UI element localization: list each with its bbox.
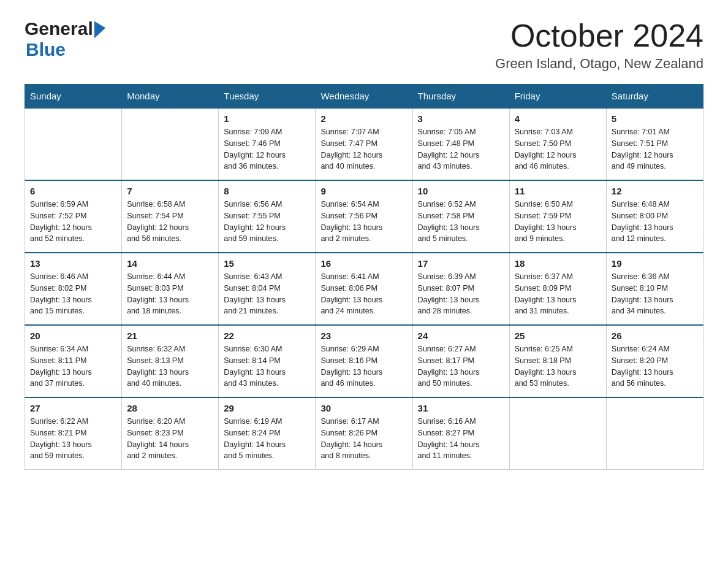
day-info: Sunrise: 7:01 AMSunset: 7:51 PMDaylight:…: [612, 126, 698, 172]
location-title: Green Island, Otago, New Zealand: [495, 56, 703, 72]
calendar-cell: 7Sunrise: 6:58 AMSunset: 7:54 PMDaylight…: [122, 180, 219, 253]
week-row-0: 1Sunrise: 7:09 AMSunset: 7:46 PMDaylight…: [25, 108, 703, 180]
day-number: 18: [515, 258, 601, 269]
day-info: Sunrise: 6:54 AMSunset: 7:56 PMDaylight:…: [320, 199, 407, 245]
day-info: Sunrise: 6:27 AMSunset: 8:17 PMDaylight:…: [418, 343, 504, 389]
day-number: 11: [515, 186, 601, 196]
week-row-1: 6Sunrise: 6:59 AMSunset: 7:52 PMDaylight…: [25, 180, 703, 253]
day-info: Sunrise: 6:29 AMSunset: 8:16 PMDaylight:…: [320, 343, 407, 389]
calendar-cell: 25Sunrise: 6:25 AMSunset: 8:18 PMDayligh…: [509, 325, 606, 397]
calendar-cell: 29Sunrise: 6:19 AMSunset: 8:24 PMDayligh…: [219, 397, 316, 470]
calendar-cell: 11Sunrise: 6:50 AMSunset: 7:59 PMDayligh…: [509, 180, 606, 253]
day-info: Sunrise: 7:07 AMSunset: 7:47 PMDaylight:…: [320, 126, 407, 172]
page-header: General Blue October 2024 Green Island, …: [25, 18, 703, 72]
day-info: Sunrise: 6:52 AMSunset: 7:58 PMDaylight:…: [418, 199, 504, 245]
day-number: 22: [224, 331, 310, 341]
day-number: 7: [127, 186, 213, 196]
calendar-cell: 27Sunrise: 6:22 AMSunset: 8:21 PMDayligh…: [25, 397, 122, 470]
day-number: 21: [127, 331, 213, 341]
logo-arrow-icon: [94, 19, 105, 38]
calendar-cell: 17Sunrise: 6:39 AMSunset: 8:07 PMDayligh…: [412, 253, 509, 325]
weekday-header-tuesday: Tuesday: [219, 85, 316, 109]
weekday-header-wednesday: Wednesday: [316, 85, 412, 109]
weekday-header-saturday: Saturday: [606, 85, 703, 109]
logo-general-text: General: [25, 18, 93, 39]
day-info: Sunrise: 6:24 AMSunset: 8:20 PMDaylight:…: [612, 343, 698, 389]
day-info: Sunrise: 6:41 AMSunset: 8:06 PMDaylight:…: [320, 271, 407, 317]
day-number: 4: [515, 113, 601, 124]
calendar-cell: 15Sunrise: 6:43 AMSunset: 8:04 PMDayligh…: [219, 253, 316, 325]
calendar-cell: 1Sunrise: 7:09 AMSunset: 7:46 PMDaylight…: [219, 108, 316, 180]
day-number: 28: [127, 403, 213, 413]
calendar-cell: 24Sunrise: 6:27 AMSunset: 8:17 PMDayligh…: [412, 325, 509, 397]
day-info: Sunrise: 6:44 AMSunset: 8:03 PMDaylight:…: [127, 271, 213, 317]
day-info: Sunrise: 6:17 AMSunset: 8:26 PMDaylight:…: [320, 416, 407, 462]
calendar-cell: 9Sunrise: 6:54 AMSunset: 7:56 PMDaylight…: [316, 180, 412, 253]
day-info: Sunrise: 6:56 AMSunset: 7:55 PMDaylight:…: [224, 199, 310, 245]
day-info: Sunrise: 6:48 AMSunset: 8:00 PMDaylight:…: [612, 199, 698, 245]
calendar-cell: 13Sunrise: 6:46 AMSunset: 8:02 PMDayligh…: [25, 253, 122, 325]
day-number: 24: [418, 331, 504, 341]
day-info: Sunrise: 6:34 AMSunset: 8:11 PMDaylight:…: [30, 343, 116, 389]
day-number: 2: [320, 113, 407, 124]
calendar-cell: 8Sunrise: 6:56 AMSunset: 7:55 PMDaylight…: [219, 180, 316, 253]
day-number: 20: [30, 331, 116, 341]
day-info: Sunrise: 6:43 AMSunset: 8:04 PMDaylight:…: [224, 271, 310, 317]
day-info: Sunrise: 6:39 AMSunset: 8:07 PMDaylight:…: [418, 271, 504, 317]
day-number: 14: [127, 258, 213, 269]
day-number: 19: [612, 258, 698, 269]
day-number: 29: [224, 403, 310, 413]
day-number: 1: [224, 113, 310, 124]
calendar-cell: 2Sunrise: 7:07 AMSunset: 7:47 PMDaylight…: [316, 108, 412, 180]
day-info: Sunrise: 7:03 AMSunset: 7:50 PMDaylight:…: [515, 126, 601, 172]
day-info: Sunrise: 6:32 AMSunset: 8:13 PMDaylight:…: [127, 343, 213, 389]
calendar-cell: [606, 397, 703, 470]
day-number: 25: [515, 331, 601, 341]
day-number: 6: [30, 186, 116, 196]
day-number: 13: [30, 258, 116, 269]
day-number: 9: [320, 186, 407, 196]
day-info: Sunrise: 6:36 AMSunset: 8:10 PMDaylight:…: [612, 271, 698, 317]
day-number: 30: [320, 403, 407, 413]
calendar-cell: [122, 108, 219, 180]
day-number: 17: [418, 258, 504, 269]
day-info: Sunrise: 6:46 AMSunset: 8:02 PMDaylight:…: [30, 271, 116, 317]
calendar-cell: 3Sunrise: 7:05 AMSunset: 7:48 PMDaylight…: [412, 108, 509, 180]
calendar-cell: 31Sunrise: 6:16 AMSunset: 8:27 PMDayligh…: [412, 397, 509, 470]
day-number: 31: [418, 403, 504, 413]
day-info: Sunrise: 6:16 AMSunset: 8:27 PMDaylight:…: [418, 416, 504, 462]
calendar-cell: 23Sunrise: 6:29 AMSunset: 8:16 PMDayligh…: [316, 325, 412, 397]
logo: General Blue: [25, 18, 105, 60]
day-info: Sunrise: 6:30 AMSunset: 8:14 PMDaylight:…: [224, 343, 310, 389]
day-info: Sunrise: 6:19 AMSunset: 8:24 PMDaylight:…: [224, 416, 310, 462]
weekday-header-friday: Friday: [509, 85, 606, 109]
day-info: Sunrise: 6:25 AMSunset: 8:18 PMDaylight:…: [515, 343, 601, 389]
calendar-cell: 14Sunrise: 6:44 AMSunset: 8:03 PMDayligh…: [122, 253, 219, 325]
day-number: 10: [418, 186, 504, 196]
calendar-cell: [509, 397, 606, 470]
day-info: Sunrise: 6:50 AMSunset: 7:59 PMDaylight:…: [515, 199, 601, 245]
logo-blue-text: Blue: [26, 39, 66, 59]
title-block: October 2024 Green Island, Otago, New Ze…: [495, 18, 703, 72]
calendar-cell: 5Sunrise: 7:01 AMSunset: 7:51 PMDaylight…: [606, 108, 703, 180]
day-number: 27: [30, 403, 116, 413]
day-number: 16: [320, 258, 407, 269]
calendar-cell: 10Sunrise: 6:52 AMSunset: 7:58 PMDayligh…: [412, 180, 509, 253]
calendar-cell: 18Sunrise: 6:37 AMSunset: 8:09 PMDayligh…: [509, 253, 606, 325]
day-info: Sunrise: 6:37 AMSunset: 8:09 PMDaylight:…: [515, 271, 601, 317]
weekday-header-monday: Monday: [122, 85, 219, 109]
month-title: October 2024: [495, 18, 703, 53]
day-number: 8: [224, 186, 310, 196]
calendar-cell: 21Sunrise: 6:32 AMSunset: 8:13 PMDayligh…: [122, 325, 219, 397]
calendar-cell: 16Sunrise: 6:41 AMSunset: 8:06 PMDayligh…: [316, 253, 412, 325]
day-number: 23: [320, 331, 407, 341]
day-number: 26: [612, 331, 698, 341]
calendar-cell: 4Sunrise: 7:03 AMSunset: 7:50 PMDaylight…: [509, 108, 606, 180]
weekday-header-sunday: Sunday: [25, 85, 122, 109]
weekday-header-row: SundayMondayTuesdayWednesdayThursdayFrid…: [25, 85, 703, 109]
weekday-header-thursday: Thursday: [412, 85, 509, 109]
day-info: Sunrise: 7:05 AMSunset: 7:48 PMDaylight:…: [418, 126, 504, 172]
week-row-3: 20Sunrise: 6:34 AMSunset: 8:11 PMDayligh…: [25, 325, 703, 397]
calendar-cell: 28Sunrise: 6:20 AMSunset: 8:23 PMDayligh…: [122, 397, 219, 470]
calendar-cell: 20Sunrise: 6:34 AMSunset: 8:11 PMDayligh…: [25, 325, 122, 397]
